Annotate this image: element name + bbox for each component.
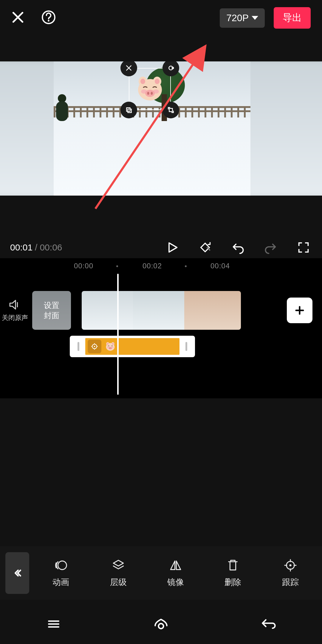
time-ruler[interactable]: 00:00 00:02 00:04 (0, 258, 322, 274)
cover-label-line1: 设置 (44, 300, 59, 310)
svg-rect-14 (128, 109, 131, 113)
home-icon (153, 616, 169, 632)
back-icon (260, 616, 277, 632)
video-clips[interactable] (82, 291, 241, 330)
svg-rect-13 (126, 108, 130, 111)
tool-animation[interactable]: 动画 (52, 558, 69, 588)
video-clip[interactable] (184, 291, 241, 330)
speaker-mute-icon (9, 298, 21, 311)
sticker-track[interactable] (0, 335, 322, 358)
tool-label: 删除 (225, 577, 241, 588)
tool-mirror[interactable]: 镜像 (167, 558, 184, 588)
undo-button[interactable] (230, 239, 246, 256)
trash-icon (226, 558, 240, 572)
resolution-label: 720P (226, 13, 249, 24)
ruler-dot (185, 265, 187, 267)
system-nav-bar (0, 605, 322, 644)
video-clip[interactable] (133, 291, 184, 330)
time-separator: / (35, 242, 37, 253)
cover-label-line2: 封面 (44, 310, 59, 321)
svg-point-12 (172, 67, 174, 69)
preview-area[interactable] (0, 61, 322, 196)
sticker-bounding-box[interactable] (125, 64, 174, 114)
add-clip-button[interactable] (287, 298, 312, 323)
ruler-mark: 00:04 (210, 262, 230, 270)
redo-icon (264, 241, 277, 254)
tool-track[interactable]: 跟踪 (282, 558, 299, 588)
sticker-copy-handle[interactable] (120, 102, 137, 118)
fullscreen-button[interactable] (295, 239, 312, 256)
playback-controls-row: 00:01 / 00:06 (0, 236, 322, 259)
toolbar-back-button[interactable] (5, 552, 29, 594)
help-button[interactable] (41, 10, 56, 26)
tool-label: 跟踪 (282, 577, 299, 588)
resolution-button[interactable]: 720P (220, 8, 265, 28)
animation-icon (54, 558, 68, 572)
sticker-clip[interactable] (70, 336, 195, 357)
layers-icon (111, 558, 126, 572)
fullscreen-icon (297, 241, 310, 254)
keyframe-button[interactable] (197, 239, 213, 256)
edit-arc-icon (167, 64, 175, 72)
play-button[interactable] (164, 239, 181, 256)
ruler-dot (116, 265, 118, 267)
crosshair-icon (91, 343, 98, 350)
tool-layer[interactable]: 层级 (110, 558, 127, 588)
svg-point-20 (58, 561, 67, 570)
timeline[interactable]: 00:00 00:02 00:04 关闭原声 设置 封面 (0, 258, 322, 398)
tool-delete[interactable]: 删除 (225, 558, 241, 588)
play-icon (166, 241, 179, 254)
video-track[interactable]: 关闭原声 设置 封面 (0, 291, 322, 330)
undo-icon (231, 241, 244, 254)
plus-icon (294, 304, 306, 316)
clip-handle-left[interactable] (78, 342, 79, 351)
svg-rect-15 (169, 109, 173, 112)
nav-recent-button[interactable] (45, 616, 62, 634)
svg-point-11 (48, 20, 49, 21)
playhead[interactable] (117, 274, 119, 395)
set-cover-button[interactable]: 设置 封面 (32, 291, 71, 330)
tool-label: 层级 (110, 577, 127, 588)
svg-point-22 (289, 564, 291, 566)
chevron-left-double-icon (13, 568, 22, 578)
help-icon (41, 10, 56, 25)
nav-back-button[interactable] (260, 616, 277, 634)
export-button[interactable]: 导出 (274, 7, 311, 29)
export-label: 导出 (283, 12, 302, 23)
keyframe-icon (199, 241, 212, 254)
close-button[interactable] (11, 11, 24, 25)
tool-label: 动画 (52, 577, 69, 588)
crosshair-icon (283, 558, 298, 572)
bottom-toolbar: 动画 层级 镜像 删除 跟踪 (0, 546, 322, 600)
svg-point-23 (159, 624, 164, 629)
video-clip[interactable] (82, 291, 133, 330)
tracking-badge (88, 340, 101, 353)
chevron-down-icon (252, 16, 258, 20)
clip-handle-right[interactable] (185, 342, 187, 351)
pig-sticker-icon[interactable] (134, 74, 166, 105)
close-icon (11, 11, 24, 24)
copy-icon (125, 106, 133, 114)
tool-label: 镜像 (167, 577, 184, 588)
redo-button[interactable] (262, 239, 279, 256)
ruler-mark: 00:00 (74, 262, 93, 270)
ruler-mark: 00:02 (143, 262, 162, 270)
close-icon (125, 64, 133, 72)
current-time: 00:01 (10, 242, 32, 253)
mute-label: 关闭原声 (2, 313, 28, 322)
rotate-icon (167, 106, 175, 114)
sticker-clip-body[interactable] (85, 338, 179, 355)
mirror-icon (168, 558, 183, 572)
sticker-scale-handle[interactable] (162, 102, 179, 118)
mute-original-audio-button[interactable]: 关闭原声 (0, 298, 30, 322)
svg-point-19 (94, 346, 95, 347)
menu-icon (45, 616, 62, 632)
nav-home-button[interactable] (153, 616, 169, 634)
total-time: 00:06 (40, 242, 62, 253)
pig-sticker-thumb-icon (104, 341, 116, 352)
